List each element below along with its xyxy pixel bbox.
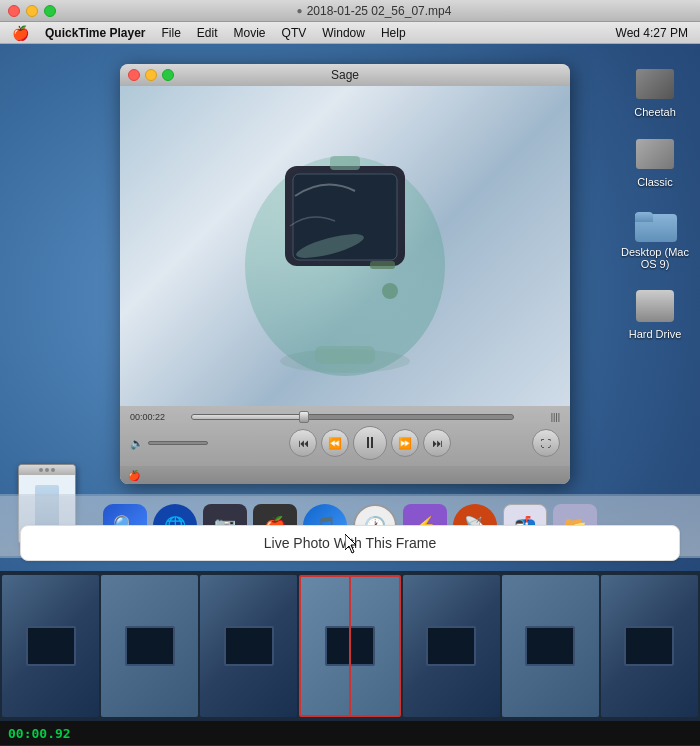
quicktime-window: Sage	[120, 64, 570, 484]
film-frame-6[interactable]	[502, 575, 599, 717]
close-button[interactable]	[8, 5, 20, 17]
timecode-bar: 00:00.92	[0, 721, 700, 745]
volume-icon: 🔈	[130, 437, 144, 450]
frame-inner-1	[2, 575, 99, 717]
film-frame-2[interactable]	[101, 575, 198, 717]
desktop-icon-classic[interactable]: Classic	[620, 134, 690, 188]
menu-help[interactable]: Help	[373, 22, 414, 44]
desktop-icons: Cheetah Classic Desktop (Mac OS 9)	[620, 64, 690, 340]
macos9-label: Desktop (Mac OS 9)	[620, 246, 690, 270]
cheetah-label: Cheetah	[634, 106, 676, 118]
frame-inner-6	[502, 575, 599, 717]
frame-screen-5	[426, 626, 476, 666]
hard-drive-label: Hard Drive	[629, 328, 682, 340]
window-controls	[8, 5, 56, 17]
title-icon: ●	[297, 5, 303, 16]
menu-bar: 🍎 QuickTime Player File Edit Movie QTV W…	[0, 22, 700, 44]
desktop-area: Sage	[0, 44, 700, 746]
chapter-indicator: ||||	[520, 412, 560, 422]
window-title: ● 2018-01-25 02_56_07.mp4	[297, 4, 452, 18]
progress-thumb[interactable]	[299, 411, 309, 423]
window-title-bar: ● 2018-01-25 02_56_07.mp4	[0, 0, 700, 22]
qt-minimize[interactable]	[145, 69, 157, 81]
time-label: 00:00:22	[130, 412, 185, 422]
macos9-folder-icon	[635, 204, 675, 244]
progress-fill	[192, 415, 304, 419]
menu-quicktime[interactable]: QuickTime Player	[37, 22, 154, 44]
qt-traffic-lights	[128, 69, 174, 81]
minimize-button[interactable]	[26, 5, 38, 17]
menu-bar-clock: Wed 4:27 PM	[616, 26, 696, 40]
svg-rect-6	[315, 346, 375, 364]
qt-bottom-bar: 🍎	[120, 466, 570, 484]
frame-inner-2	[101, 575, 198, 717]
cheetah-icon	[635, 64, 675, 104]
desktop-icon-macos9[interactable]: Desktop (Mac OS 9)	[620, 204, 690, 270]
qt-video-area[interactable]	[120, 86, 570, 406]
film-strip: 00:00.92	[0, 571, 700, 746]
menu-movie[interactable]: Movie	[226, 22, 274, 44]
menu-qtv[interactable]: QTV	[274, 22, 315, 44]
frame-screen-6	[525, 626, 575, 666]
fullscreen-button[interactable]: ⛶	[532, 429, 560, 457]
film-frames	[0, 571, 700, 721]
qt-apple-logo: 🍎	[128, 470, 140, 481]
frame-screen-7	[624, 626, 674, 666]
film-frame-4-active[interactable]	[299, 575, 400, 717]
imac-g3-image	[215, 106, 475, 386]
svg-rect-4	[330, 156, 360, 170]
frame-screen-2	[125, 626, 175, 666]
menu-file[interactable]: File	[154, 22, 189, 44]
film-frame-5[interactable]	[403, 575, 500, 717]
frame-screen-1	[26, 626, 76, 666]
volume-control: 🔈	[130, 437, 208, 450]
cursor	[345, 534, 357, 552]
classic-icon	[635, 134, 675, 174]
desktop-icon-harddrive[interactable]: Hard Drive	[620, 286, 690, 340]
menu-bar-items: 🍎 QuickTime Player File Edit Movie QTV W…	[4, 22, 414, 44]
hard-drive-icon	[635, 286, 675, 326]
rewind-button[interactable]: ⏪	[321, 429, 349, 457]
zoom-button[interactable]	[44, 5, 56, 17]
film-frame-7[interactable]	[601, 575, 698, 717]
controls-row: 🔈 ⏮ ⏪ ⏸ ⏩ ⏭ ⛶	[130, 426, 560, 460]
qt-title-bar: Sage	[120, 64, 570, 86]
frame-inner-5	[403, 575, 500, 717]
classic-label: Classic	[637, 176, 672, 188]
film-frame-1[interactable]	[2, 575, 99, 717]
menu-edit[interactable]: Edit	[189, 22, 226, 44]
progress-bar[interactable]	[191, 414, 514, 420]
desktop: ● 2018-01-25 02_56_07.mp4 🍎 QuickTime Pl…	[0, 0, 700, 746]
skip-forward-button[interactable]: ⏭	[423, 429, 451, 457]
mini-dot-3	[51, 468, 55, 472]
menu-window[interactable]: Window	[314, 22, 373, 44]
window-title-text: 2018-01-25 02_56_07.mp4	[307, 4, 452, 18]
qt-controls: 00:00:22 |||| 🔈 ⏮ ⏪ ⏸	[120, 406, 570, 466]
timecode-display: 00:00.92	[8, 726, 71, 741]
progress-row: 00:00:22 ||||	[130, 412, 560, 422]
mini-dot-2	[45, 468, 49, 472]
mini-window-dots	[39, 468, 55, 472]
fast-forward-button[interactable]: ⏩	[391, 429, 419, 457]
svg-rect-7	[370, 261, 395, 269]
mini-dot-1	[39, 468, 43, 472]
play-pause-button[interactable]: ⏸	[353, 426, 387, 460]
qt-close[interactable]	[128, 69, 140, 81]
film-frame-3[interactable]	[200, 575, 297, 717]
qt-window-title: Sage	[331, 68, 359, 82]
volume-track[interactable]	[148, 441, 208, 445]
frame-screen-3	[224, 626, 274, 666]
desktop-icon-cheetah[interactable]: Cheetah	[620, 64, 690, 118]
frame-inner-7	[601, 575, 698, 717]
mini-window-title	[19, 465, 75, 475]
frame-inner-3	[200, 575, 297, 717]
film-red-line	[349, 577, 351, 715]
svg-point-8	[382, 283, 398, 299]
skip-back-button[interactable]: ⏮	[289, 429, 317, 457]
apple-menu[interactable]: 🍎	[4, 25, 37, 41]
qt-zoom[interactable]	[162, 69, 174, 81]
